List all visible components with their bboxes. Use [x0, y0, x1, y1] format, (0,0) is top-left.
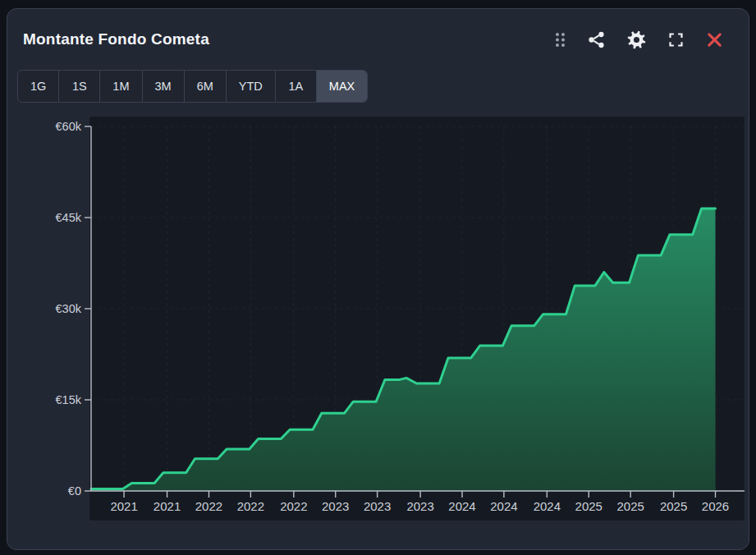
x-tick-label: 2025 [660, 499, 687, 513]
y-tick-label: €15k [56, 393, 82, 406]
x-tick-label: 2023 [406, 499, 433, 513]
x-tick-label: 2021 [153, 499, 181, 513]
y-tick-label: €45k [56, 211, 82, 224]
x-tick-label: 2024 [448, 499, 475, 513]
x-tick-label: 2024 [490, 499, 517, 513]
x-tick-label: 2025 [616, 499, 644, 513]
y-tick-label: €60k [56, 120, 82, 133]
chart-plot-area[interactable]: €0€15k€30k€45k€60k2021202120222022202220… [7, 9, 749, 548]
chart-panel-card: Montante Fondo Cometa [7, 8, 749, 550]
x-tick-label: 2021 [110, 499, 137, 513]
x-tick-label: 2022 [195, 499, 222, 513]
x-tick-label: 2026 [702, 499, 729, 513]
x-tick-label: 2022 [280, 499, 307, 513]
y-tick-label: €30k [56, 302, 82, 315]
x-tick-label: 2025 [575, 499, 603, 513]
y-tick-label: €0 [68, 484, 81, 498]
x-tick-label: 2023 [322, 499, 349, 513]
x-tick-label: 2022 [237, 499, 264, 513]
x-tick-label: 2024 [534, 499, 561, 513]
x-tick-label: 2023 [364, 499, 391, 513]
